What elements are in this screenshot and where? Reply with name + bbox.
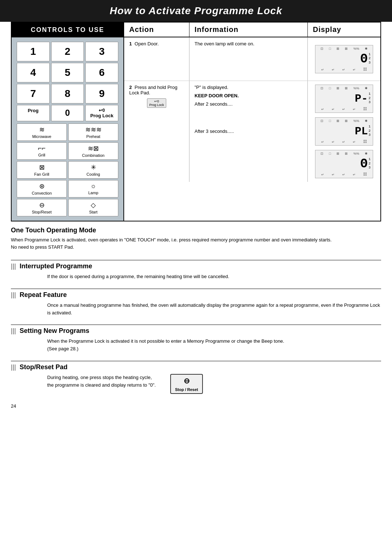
key-2[interactable]: 2 [51,42,84,61]
key-4[interactable]: 4 [17,63,50,82]
top-section: CONTROLS TO USE 1 2 3 4 5 6 7 8 9 [11,22,381,221]
interrupted-body: If the door is opened during a programme… [11,271,381,283]
preheat-icon: ≋≋≋ [69,126,117,134]
stop-reset-btn-icon: ⊖ [184,375,190,387]
display-value-2b: PL 123 [318,123,371,139]
start-icon: ◇ [69,201,117,209]
setting-new-programs-section: ||| Setting New Programs When the Progra… [11,325,381,355]
fan-grill-key[interactable]: ⊠ Fan Grill [17,161,67,179]
one-touch-title: One Touch Operating Mode [11,227,381,234]
preheat-key[interactable]: ≋≋≋ Preheat [68,123,118,141]
action-cell-2: 2 Press and hold Prog Lock Pad. ↩0Prog L… [124,81,189,182]
key-8[interactable]: 8 [51,84,84,103]
table-row: 1 Open Door. The oven lamp will come on.… [124,37,380,81]
lamp-icon: ☼ [69,182,117,190]
setting-icon: ||| [11,327,16,335]
info-cell-2: "P" is displayed. KEEP DOOR OPEN. After … [189,81,308,182]
convection-key[interactable]: ⊛ Convection [17,180,67,197]
main-content: CONTROLS TO USE 1 2 3 4 5 6 7 8 9 [0,22,392,420]
display-cell-2: ⊡□⊠⊠%%✱ P- 123 ↵↵↵↵⁑⁑ [308,81,380,182]
display-top-icons-1: ⊡□⊠⊠%%✱ [318,47,371,50]
grill-icon: ⌐⌐ [18,144,66,152]
stop-reset-section-icon: ||| [11,363,16,371]
interrupted-programme-section: ||| Interrupted Programme If the door is… [11,260,381,283]
stop-reset-icon: ⊖ [18,201,66,209]
stop-reset-button-image: ⊖ Stop / Reset [170,374,203,394]
prog-row: Prog 0 ↩0 Prog Lock [17,105,118,121]
keypad-area: 1 2 3 4 5 6 7 8 9 Prog [12,37,123,221]
interrupted-title: Interrupted Programme [20,262,92,270]
prog-lock-button-img: ↩0Prog Lock [147,98,166,108]
repeat-icon: ||| [11,291,16,299]
setting-title: Setting New Programs [20,327,89,335]
repeat-title: Repeat Feature [20,291,67,299]
prog-key[interactable]: Prog [17,105,50,121]
key-5[interactable]: 5 [51,63,84,82]
convection-icon: ⊛ [18,182,66,190]
display-box-2c: ⊡□⊠⊠%%✱ 0 123 ↵↵↵↵⁑⁑ [315,150,373,178]
stop-reset-title: Stop/Reset Pad [20,363,68,371]
cooling-key[interactable]: ✳ Cooling [68,161,118,179]
key-6[interactable]: 6 [85,63,118,82]
interrupted-icon: ||| [11,262,16,270]
key-0[interactable]: 0 [51,105,84,121]
controls-header: CONTROLS TO USE [12,23,123,37]
page-number: 24 [11,396,381,409]
information-header: Information [189,23,308,37]
key-9[interactable]: 9 [85,84,118,103]
table-row: 2 Press and hold Prog Lock Pad. ↩0Prog L… [124,81,380,182]
start-key[interactable]: ◇ Start [68,199,118,216]
display-box-1: ⊡□⊠⊠%%✱ 0 123 ↵↵↵↵⁑⁑ [315,45,373,73]
display-box-2a: ⊡□⊠⊠%%✱ P- 123 ↵↵↵↵⁑⁑ [315,85,373,113]
display-bottom-icons-1: ↵↵↵↵⁑⁑ [318,68,371,72]
action-cell-1: 1 Open Door. [124,37,189,81]
info-cell-1: The oven lamp will come on. [189,37,308,81]
controls-column: CONTROLS TO USE 1 2 3 4 5 6 7 8 9 [12,23,124,221]
display-value-2c: 0 123 [318,156,371,172]
rows-area: 1 Open Door. The oven lamp will come on.… [124,37,380,221]
prog-lock-icon: ↩0 [86,108,117,113]
combination-key[interactable]: ≋⊠ Combination [68,142,118,160]
lamp-key[interactable]: ☼ Lamp [68,180,118,197]
microwave-key[interactable]: ≋ Microwave [17,123,67,141]
stop-reset-section: ||| Stop/Reset Pad During heating, one p… [11,361,381,396]
display-value-1: 0 123 [318,51,371,67]
repeat-feature-section: ||| Repeat Feature Once a manual heating… [11,289,381,319]
display-header: Display [308,23,380,37]
setting-body: When the Programme Lock is activated it … [11,335,381,355]
action-header: Action [124,23,189,37]
key-3[interactable]: 3 [85,42,118,61]
page-title: How to Activate Programme Lock [0,0,392,22]
combination-icon: ≋⊠ [69,144,117,152]
key-1[interactable]: 1 [17,42,50,61]
microwave-icon: ≋ [18,126,66,134]
one-touch-section: One Touch Operating Mode When Programme … [11,221,381,254]
number-grid: 1 2 3 4 5 6 7 8 9 [17,42,118,103]
stop-reset-key[interactable]: ⊖ Stop/Reset [17,199,67,216]
fan-grill-icon: ⊠ [18,163,66,171]
display-cell-1: ⊡□⊠⊠%%✱ 0 123 ↵↵↵↵⁑⁑ [308,37,380,81]
column-headers: Action Information Display [124,23,380,37]
cooling-icon: ✳ [69,163,117,171]
one-touch-body: When Programme Lock is activated, oven o… [11,236,381,250]
function-grid: ≋ Microwave ≋≋≋ Preheat ⌐⌐ Grill ≋⊠ Comb… [17,123,118,216]
right-column: Action Information Display 1 Open Door. [124,23,380,221]
key-7[interactable]: 7 [17,84,50,103]
grill-key[interactable]: ⌐⌐ Grill [17,142,67,160]
display-box-2b: ⊡□⊠⊠%%✱ PL 123 ↵↵↵↵⁑⁑ [315,117,373,146]
prog-lock-key[interactable]: ↩0 Prog Lock [85,105,118,121]
stop-reset-body: During heating, one press stops the heat… [11,372,381,396]
display-value-2a: P- 123 [318,91,371,107]
repeat-body: Once a manual heating programme has fini… [11,300,381,319]
